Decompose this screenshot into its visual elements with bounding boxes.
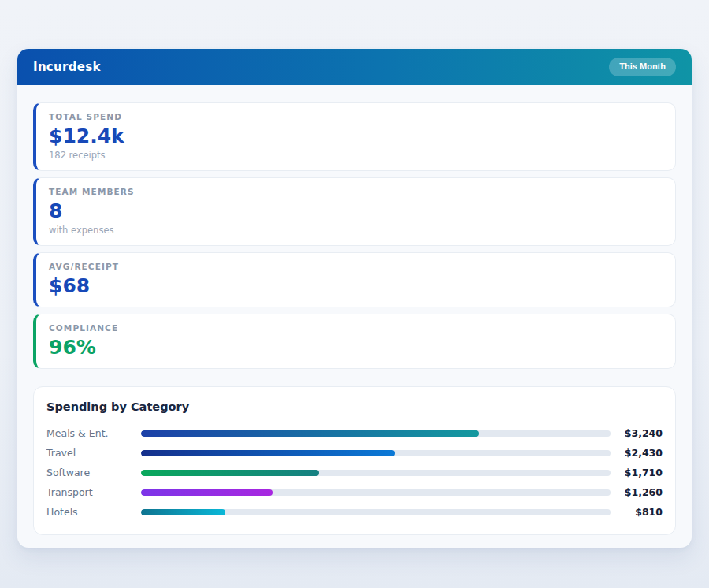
chart-row-hotels: Hotels $810 (46, 502, 663, 522)
bar-track (141, 430, 611, 437)
category-value: $810 (617, 506, 663, 519)
category-value: $2,430 (617, 447, 663, 460)
chart-row-travel: Travel $2,430 (46, 443, 663, 463)
stat-value: $12.4k (49, 125, 663, 147)
stat-label: AVG/RECEIPT (49, 262, 663, 272)
stat-value: 96% (49, 337, 663, 359)
stat-value: 8 (49, 200, 663, 222)
category-label: Meals & Ent. (46, 427, 141, 440)
bar-fill (141, 450, 395, 456)
bar-fill (141, 509, 225, 515)
stat-card-total-spend: TOTAL SPEND $12.4k 182 receipts (33, 102, 676, 171)
bar-fill (141, 430, 479, 437)
spending-by-category-chart: Spending by Category Meals & Ent. $3,240… (33, 386, 676, 535)
chart-title: Spending by Category (46, 400, 663, 414)
stat-label: COMPLIANCE (49, 323, 663, 333)
category-label: Software (46, 467, 141, 479)
stat-subtext: with expenses (49, 225, 663, 236)
app-title: Incurdesk (33, 60, 101, 74)
category-label: Travel (46, 447, 141, 460)
stat-card-avg-receipt: AVG/RECEIPT $68 (33, 252, 676, 307)
chart-row-transport: Transport $1,260 (46, 482, 663, 502)
category-value: $1,710 (617, 467, 663, 479)
stat-label: TEAM MEMBERS (49, 187, 663, 197)
stat-value: $68 (49, 275, 663, 297)
category-value: $3,240 (617, 427, 663, 440)
stat-card-compliance: COMPLIANCE 96% (33, 314, 676, 369)
dashboard-card: Incurdesk This Month TOTAL SPEND $12.4k … (17, 49, 692, 548)
chart-row-software: Software $1,710 (46, 463, 663, 482)
chart-row-meals: Meals & Ent. $3,240 (46, 423, 663, 443)
stat-label: TOTAL SPEND (49, 112, 663, 122)
period-badge[interactable]: This Month (609, 58, 676, 76)
bar-track (141, 470, 611, 476)
stat-subtext: 182 receipts (49, 150, 663, 161)
bar-fill (141, 470, 319, 476)
dashboard-content: TOTAL SPEND $12.4k 182 receipts TEAM MEM… (17, 85, 692, 548)
category-label: Hotels (46, 506, 141, 519)
stat-card-team-members: TEAM MEMBERS 8 with expenses (33, 177, 676, 246)
bar-track (141, 509, 611, 515)
bar-fill (141, 489, 273, 496)
bar-track (141, 450, 611, 456)
bar-track (141, 489, 611, 496)
app-header: Incurdesk This Month (17, 49, 692, 85)
category-value: $1,260 (617, 486, 663, 499)
category-label: Transport (46, 486, 141, 499)
